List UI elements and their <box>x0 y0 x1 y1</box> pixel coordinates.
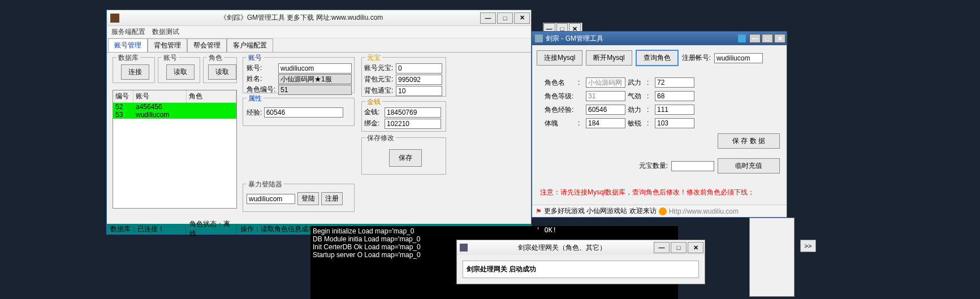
menu-server-config[interactable]: 服务端配置 <box>111 27 145 37</box>
money-label: 金钱: <box>364 107 385 118</box>
yb1-input[interactable] <box>396 63 442 73</box>
exp-input2[interactable] <box>586 105 625 115</box>
money-input[interactable] <box>385 107 441 118</box>
footer-url[interactable]: Http://www.wudiliu.com <box>669 207 739 215</box>
tipo-label: 体魄 <box>545 119 576 128</box>
minrui-input[interactable] <box>655 118 694 128</box>
main-gm-window: 《剑踪》GM管理工具 更多下载 网址:www.wudiliu.com — □ ✕… <box>106 10 532 235</box>
exp-label: 经验: <box>247 109 262 116</box>
th-role[interactable]: 角色 <box>187 90 236 102</box>
console-line: Begin initialize Load map='map_0 <box>313 227 676 235</box>
tipo-input[interactable] <box>586 118 625 128</box>
level-label: 角色等级: <box>545 92 576 101</box>
maximize-button[interactable]: □ <box>762 34 773 43</box>
console-ok-text: ' OK! <box>536 226 556 234</box>
yb1-label: 账号元宝: <box>364 63 396 73</box>
connect-button[interactable]: 连接 <box>121 64 149 80</box>
th-account[interactable]: 账号 <box>133 90 187 102</box>
rolename-label: 角色名 <box>545 78 576 88</box>
login-button[interactable]: 登陆 <box>297 192 319 205</box>
table-row[interactable]: 52a456456 <box>113 103 236 111</box>
yb3-label: 背包通宝: <box>364 86 396 96</box>
level-input[interactable] <box>586 91 625 101</box>
footer-text: 更多好玩游戏 小仙网游戏站 欢迎来访 <box>544 206 657 216</box>
wuli-label: 武力 <box>628 78 645 88</box>
wuli-input[interactable] <box>655 77 694 88</box>
group-brute-title: 暴力登陆器 <box>247 180 284 189</box>
rolename-input[interactable] <box>586 77 625 88</box>
yb-count-label: 元宝数量: <box>639 161 668 171</box>
account-table[interactable]: 编号 账号 角色 52a45645653wudiliucom <box>113 90 237 209</box>
qijin-input[interactable] <box>655 91 694 101</box>
table-row[interactable]: 53wudiliucom <box>113 111 236 119</box>
win3-titlebar[interactable]: 剑宗处理网关（角色、其它） — □ ✕ <box>457 240 705 255</box>
gateway-window: 剑宗处理网关（角色、其它） — □ ✕ 剑宗处理网关 启动成功 <box>456 240 705 284</box>
exp-label: 角色经验: <box>545 105 576 115</box>
acct-input[interactable] <box>278 63 352 73</box>
yb3-input[interactable] <box>396 86 442 96</box>
footer-flag-icon: ⚑ <box>536 207 542 215</box>
warning-text: 注意：请先连接Mysql数据库，查询角色后修改！修改前角色必须下线； <box>540 188 754 197</box>
group-save-title: 保存修改 <box>365 133 396 143</box>
group-attr-title: 属性 <box>247 94 264 103</box>
scroll-right-button[interactable]: >> <box>800 240 816 252</box>
yb2-input[interactable] <box>396 75 442 85</box>
save-button[interactable]: 保存 <box>389 149 422 167</box>
tab-account[interactable]: 账号管理 <box>108 38 148 53</box>
win2-titlebar[interactable]: 剑宗 - GM管理工具 — □ ✕ <box>532 32 787 45</box>
temp-charge-button[interactable]: 临时充值 <box>718 158 780 174</box>
group-acct2-title: 账号 <box>247 53 264 63</box>
close-button[interactable]: ✕ <box>688 242 703 253</box>
query-role-button[interactable]: 查询角色 <box>636 50 679 66</box>
win1-titlebar[interactable]: 《剑踪》GM管理工具 更多下载 网址:www.wudiliu.com — □ ✕ <box>107 10 531 26</box>
minimize-button[interactable]: — <box>654 242 670 253</box>
app-icon <box>460 244 468 252</box>
minimize-button[interactable]: — <box>480 12 496 24</box>
yb-count-input[interactable] <box>671 161 714 171</box>
menu-data-test[interactable]: 数据测试 <box>152 27 179 37</box>
roleid-input[interactable] <box>278 85 352 95</box>
bind-money-input[interactable] <box>385 119 441 129</box>
status-db: 数据库：已连接！ <box>107 224 186 234</box>
help-icon[interactable] <box>738 34 746 42</box>
group-money-title: 金钱 <box>365 97 382 107</box>
bind-money-label: 绑金: <box>364 119 385 129</box>
reg-account-input[interactable] <box>714 53 763 63</box>
acct-label: 账号: <box>247 63 278 73</box>
register-button[interactable]: 注册 <box>321 192 343 205</box>
maximize-button[interactable]: □ <box>671 242 687 253</box>
app-icon <box>110 14 119 23</box>
jinli-label: 劲力 <box>628 105 645 115</box>
tab-guild[interactable]: 帮会管理 <box>187 38 227 52</box>
menubar: 服务端配置 数据测试 <box>107 26 531 38</box>
minimize-button[interactable]: — <box>749 34 761 43</box>
tab-bag[interactable]: 背包管理 <box>148 38 187 52</box>
yb2-label: 背包元宝: <box>364 75 396 85</box>
read-role-button[interactable]: 读取 <box>208 64 236 80</box>
win2-footer: ⚑ 更多好玩游戏 小仙网游戏站 欢迎来访 Http://www.wudiliu.… <box>532 205 787 217</box>
connect-mysql-button[interactable]: 连接Mysql <box>537 50 582 66</box>
th-id[interactable]: 编号 <box>113 90 133 102</box>
read-account-button[interactable]: 读取 <box>166 64 195 80</box>
group-yuanbao-title: 元宝 <box>365 53 382 63</box>
window-title: 《剑踪》GM管理工具 更多下载 网址:www.wudiliu.com <box>123 13 480 23</box>
app-icon <box>535 34 543 42</box>
name-label: 姓名: <box>247 74 278 84</box>
gm-tool-window: 剑宗 - GM管理工具 — □ ✕ 连接Mysql 断开Mysql 查询角色 注… <box>532 31 787 218</box>
brute-user-input[interactable] <box>247 194 295 204</box>
win3-title-text: 剑宗处理网关（角色、其它） <box>470 243 654 253</box>
tab-client[interactable]: 客户端配置 <box>227 38 273 52</box>
group-acct-title: 账号 <box>162 53 179 63</box>
maximize-button[interactable]: □ <box>497 12 513 24</box>
reg-account-label: 注册帐号: <box>682 53 711 63</box>
group-db-title: 数据库 <box>116 53 140 63</box>
globe-icon <box>659 207 667 215</box>
win2-title-text: 剑宗 - GM管理工具 <box>546 34 738 44</box>
close-button[interactable]: ✕ <box>514 12 530 24</box>
jinli-input[interactable] <box>655 105 694 115</box>
save-data-button[interactable]: 保 存 数 据 <box>718 133 780 149</box>
exp-input[interactable] <box>264 107 343 118</box>
disconnect-mysql-button[interactable]: 断开Mysql <box>586 50 632 66</box>
name-input[interactable] <box>278 74 352 84</box>
close-button[interactable]: ✕ <box>774 34 785 43</box>
